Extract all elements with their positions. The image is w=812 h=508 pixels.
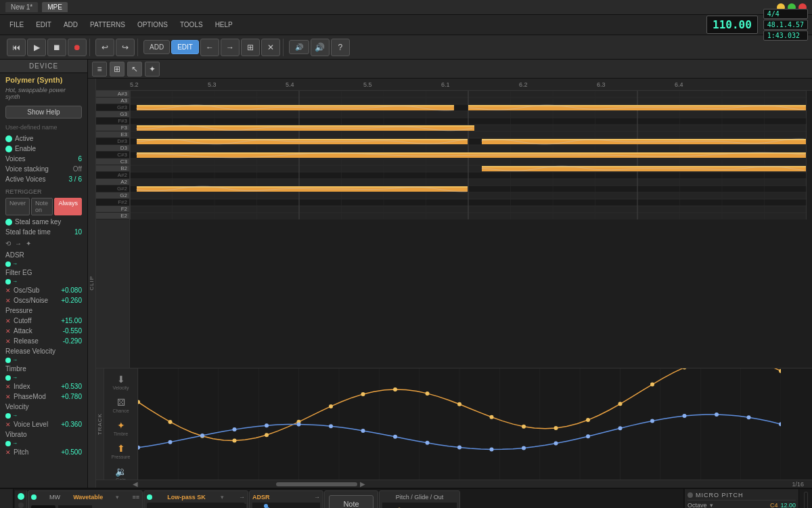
title-tab-new[interactable]: New 1*: [5, 2, 38, 12]
key-f3s[interactable]: F#3: [96, 118, 129, 125]
key-d3[interactable]: D3: [96, 145, 129, 152]
key-a2[interactable]: A2: [96, 179, 129, 186]
redo-button[interactable]: ↪: [116, 39, 135, 56]
zoom-level: 1/16: [792, 481, 809, 488]
release-x: ✕: [5, 338, 11, 345]
close-x-button[interactable]: ✕: [261, 39, 280, 56]
timbre-expr[interactable]: ✦ Timbre: [104, 417, 137, 439]
menu-add[interactable]: ADD: [58, 19, 83, 30]
enable-toggle[interactable]: [5, 146, 12, 152]
tempo-display[interactable]: 110.00: [706, 16, 758, 34]
show-help-button[interactable]: Show Help: [5, 106, 82, 119]
key-d3s[interactable]: D#3: [96, 138, 129, 145]
velocity-icon: ⬇: [117, 374, 125, 385]
key-f2[interactable]: F2: [96, 206, 129, 213]
rewind-button[interactable]: ⏮: [7, 39, 26, 56]
note-fx-button[interactable]: Note FX: [329, 495, 374, 508]
menu-help[interactable]: HELP: [210, 19, 238, 30]
active-voices-value: 3 / 6: [62, 175, 82, 183]
pitch-row: ✕ Pitch +0.500: [0, 447, 87, 457]
key-g2[interactable]: G2: [96, 192, 129, 199]
pr-grid[interactable]: [130, 91, 812, 368]
key-g3s[interactable]: G#3: [96, 104, 129, 111]
play-button[interactable]: ▶: [27, 39, 46, 56]
active-toggle[interactable]: [5, 135, 12, 142]
steal-same-key-toggle[interactable]: [5, 219, 12, 226]
pressure-expr[interactable]: ⬆ Pressure: [104, 440, 137, 462]
key-e3[interactable]: E3: [96, 131, 129, 138]
menu-patterns[interactable]: PATTERNS: [85, 19, 131, 30]
key-b2[interactable]: B2: [96, 165, 129, 172]
menu-options[interactable]: OPTIONS: [132, 19, 173, 30]
wavetable-power[interactable]: [31, 494, 37, 500]
key-c3s[interactable]: C#3: [96, 152, 129, 158]
octave-arrow[interactable]: ▾: [710, 502, 713, 508]
pr-cursor-button[interactable]: ↖: [127, 62, 142, 77]
velocity-expr-label: Velocity: [112, 385, 129, 390]
key-g2s[interactable]: G#2: [96, 186, 129, 192]
menu-file[interactable]: FILE: [4, 19, 29, 30]
stop-button[interactable]: ⏹: [47, 39, 66, 56]
pr-grid-view-button[interactable]: ⊞: [110, 62, 125, 77]
retrigger-label: Retrigger: [0, 187, 87, 196]
scroll-thumb[interactable]: [276, 482, 357, 486]
key-f2s[interactable]: F#2: [96, 199, 129, 206]
cutoff-label: Cutoff: [14, 317, 58, 324]
key-a2s[interactable]: A#2: [96, 172, 129, 179]
active-label: Active: [15, 135, 82, 142]
lowpass-route-icon[interactable]: →: [239, 494, 245, 501]
wavetable-dropdown[interactable]: ▾: [116, 494, 119, 501]
adsr-route[interactable]: →: [314, 494, 320, 501]
retrig-always[interactable]: Always: [54, 198, 82, 215]
toolbar-group-edit: ADD EDIT ← → ⊞ ✕: [141, 39, 284, 56]
speaker-button[interactable]: 🔊: [311, 39, 330, 56]
key-c3[interactable]: C3: [96, 158, 129, 165]
key-a3[interactable]: A3: [96, 98, 129, 104]
loop-fwd-button[interactable]: →: [221, 39, 240, 56]
micro-pitch-power[interactable]: [687, 492, 693, 498]
scroll-left-icon[interactable]: ◀: [133, 480, 138, 488]
device-panel: DEVICE Polymer (Synth) Hot, swappable po…: [0, 60, 88, 488]
key-f3[interactable]: F3: [96, 125, 129, 131]
grid-button[interactable]: ⊞: [241, 39, 260, 56]
velocity-expr[interactable]: ⬇ Velocity: [104, 371, 137, 393]
power-dot[interactable]: [18, 493, 24, 500]
loop-back-button[interactable]: ←: [200, 39, 219, 56]
btn1[interactable]: [18, 503, 24, 508]
help-button[interactable]: ?: [331, 39, 350, 56]
key-a3s[interactable]: A#3: [96, 91, 129, 98]
release-row: ✕ Release -0.290: [0, 336, 87, 346]
device-button[interactable]: 🔊: [289, 40, 309, 54]
title-tab-mpe[interactable]: MPE: [42, 2, 68, 12]
chance-expr-label: Chance: [112, 408, 129, 413]
add-button[interactable]: ADD: [143, 40, 170, 54]
wavetable-level-icon: ≡≡: [132, 494, 139, 501]
key-e2[interactable]: E2: [96, 213, 129, 219]
menu-edit[interactable]: EDIT: [30, 19, 57, 30]
steal-same-key-row: Steal same key: [0, 217, 87, 227]
clip-label-text: CLIP: [89, 276, 95, 291]
osc-sub-label: Osc/Sub: [14, 287, 58, 294]
attack-row: ✕ Attack -0.550: [0, 326, 87, 336]
timbre-icon: ✦: [117, 420, 125, 431]
record-button[interactable]: ⏺: [68, 39, 87, 56]
retrig-never[interactable]: Never: [5, 198, 30, 215]
pressure-icon: ⬆: [117, 443, 125, 454]
expression-content[interactable]: [138, 368, 812, 480]
lowpass-dropdown[interactable]: ▾: [221, 494, 224, 501]
voice-level-row: ✕ Voice Level +0.360: [0, 419, 87, 429]
menu-tools[interactable]: TOOLS: [175, 19, 208, 30]
scroll-right-icon[interactable]: ▶: [360, 480, 365, 488]
adsr-curve-display: [252, 503, 320, 508]
chance-expr[interactable]: ⚄ Chance: [104, 394, 137, 416]
key-g3[interactable]: G3: [96, 111, 129, 118]
lowpass-power[interactable]: [147, 494, 152, 500]
pr-list-view-button[interactable]: ≡: [92, 62, 107, 77]
position-display: 48.1.4.57: [763, 20, 808, 30]
pr-snap-button[interactable]: ✦: [145, 62, 160, 77]
horizontal-scrollbar[interactable]: ◀ ▶ 1/16: [96, 480, 812, 488]
retrig-note-on[interactable]: Note on: [31, 198, 53, 215]
voice-stacking-row: Voice stacking Off: [0, 164, 87, 174]
edit-button[interactable]: EDIT: [171, 40, 199, 54]
undo-button[interactable]: ↩: [95, 39, 114, 56]
